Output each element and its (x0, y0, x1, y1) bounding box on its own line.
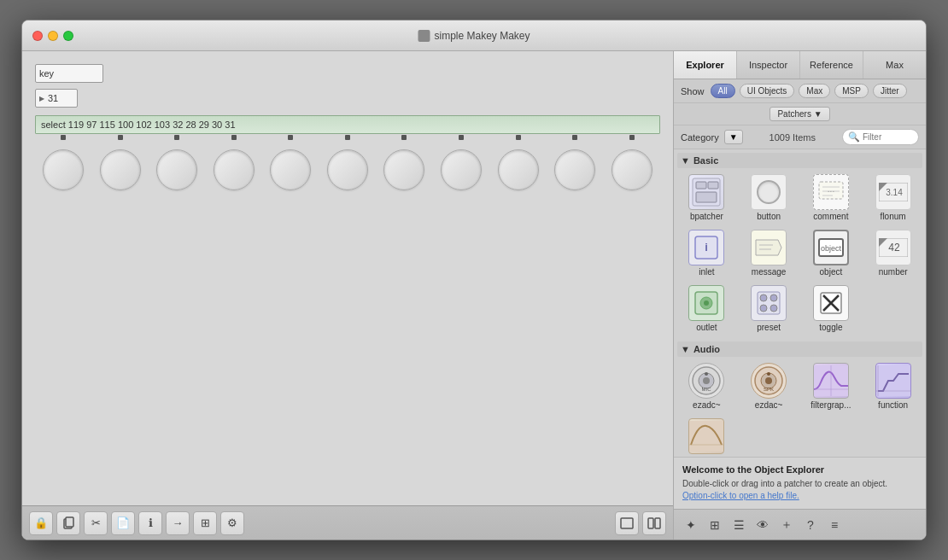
svg-point-33 (770, 305, 777, 312)
comment-icon: ... (813, 174, 849, 210)
paste-button[interactable]: 📄 (111, 511, 135, 535)
inlet-icon: i (688, 230, 724, 265)
circle-object[interactable] (43, 149, 84, 190)
inlet-label: inlet (699, 267, 714, 277)
tab-max[interactable]: Max (863, 51, 926, 79)
patcher-canvas[interactable]: key 31 select 119 97 115 100 102 103 32 … (22, 51, 673, 505)
category-dropdown[interactable]: ▼ (724, 130, 743, 144)
obj-toggle[interactable]: toggle (802, 283, 861, 335)
more-button[interactable]: ≡ (824, 515, 845, 535)
svg-text:SPK: SPK (764, 387, 774, 392)
circle-object[interactable] (554, 149, 595, 190)
filter-input[interactable] (863, 132, 914, 142)
patchers-dropdown[interactable]: Patchers ▼ (770, 107, 829, 121)
circles-row (35, 149, 660, 190)
circle-object[interactable] (441, 149, 482, 190)
search-box[interactable]: 🔍 (842, 129, 919, 145)
obj-inlet[interactable]: i inlet (677, 227, 736, 279)
obj-comment[interactable]: ... comment (802, 172, 861, 224)
circle-object[interactable] (498, 149, 539, 190)
obj-outlet[interactable]: outlet (677, 283, 736, 335)
ezadc-icon: MIC (688, 363, 724, 399)
tab-inspector[interactable]: Inspector (737, 51, 800, 79)
inlet-dot (345, 135, 350, 140)
obj-bpatcher[interactable]: bpatcher (677, 172, 736, 224)
minimize-button[interactable] (48, 31, 58, 41)
collapse-icon: ▼ (681, 155, 690, 166)
obj-button[interactable]: button (740, 172, 799, 224)
collapse-icon: ▼ (681, 344, 690, 354)
close-button[interactable] (32, 31, 43, 41)
circle-object[interactable] (383, 149, 424, 190)
basic-header[interactable]: ▼ Basic (677, 153, 922, 168)
single-pane-button[interactable] (615, 511, 639, 535)
circle-object[interactable] (156, 149, 197, 190)
scissors-button[interactable]: ✂ (84, 511, 108, 535)
info-button[interactable]: ℹ (138, 511, 162, 535)
obj-object[interactable]: object object (802, 227, 861, 279)
filter-max[interactable]: Max (799, 84, 830, 98)
grid-view-button[interactable]: ⊞ (705, 515, 725, 535)
copy-button[interactable] (56, 511, 80, 535)
svg-rect-4 (655, 518, 660, 528)
category-bar: Category ▼ 1009 Items 🔍 (674, 125, 926, 149)
select-object[interactable]: select 119 97 115 100 102 103 32 28 29 3… (35, 115, 660, 134)
circle-object[interactable] (612, 149, 652, 190)
filtergraph-icon (813, 363, 849, 399)
filter-ui[interactable]: UI Objects (740, 84, 795, 98)
sparkle-button[interactable]: ✦ (681, 515, 701, 535)
obj-message[interactable]: message (740, 227, 799, 279)
obj-flonum[interactable]: 3.14 flonum (863, 172, 922, 224)
svg-text:object: object (821, 244, 842, 253)
settings-button[interactable]: ⚙ (220, 511, 244, 535)
circle-object[interactable] (270, 149, 311, 190)
obj-ezadc[interactable]: MIC ezadc~ (677, 360, 736, 412)
help-button[interactable]: ? (800, 515, 821, 535)
svg-rect-3 (648, 518, 653, 528)
circle-object[interactable] (100, 149, 141, 190)
preset-icon (751, 285, 787, 321)
circle-object[interactable] (214, 149, 255, 190)
filter-msp[interactable]: MSP (834, 84, 869, 98)
items-count: 1009 Items (748, 132, 837, 143)
bpatcher-icon (688, 174, 724, 210)
inlet-dot (459, 135, 464, 140)
audio-header[interactable]: ▼ Audio (677, 341, 922, 357)
filtergraph-label: filtergrap... (810, 400, 851, 410)
button-label: button (757, 212, 781, 221)
tabs-row: Explorer Inspector Reference Max (674, 51, 926, 79)
grid-button[interactable]: ⊞ (193, 511, 217, 535)
patcher-area[interactable]: key 31 select 119 97 115 100 102 103 32 … (22, 51, 674, 540)
obj-number[interactable]: 42 number (863, 227, 922, 279)
filter-all[interactable]: All (711, 84, 735, 98)
obj-function[interactable]: function (863, 360, 922, 412)
number-object[interactable]: 31 (35, 89, 78, 108)
obj-partial[interactable] (677, 416, 736, 457)
svg-rect-2 (621, 518, 633, 528)
list-view-button[interactable]: ☰ (729, 515, 749, 535)
svg-rect-6 (696, 182, 706, 189)
object-list[interactable]: ▼ Basic (674, 149, 926, 457)
category-label: Category (681, 132, 719, 143)
svg-text:...: ... (828, 184, 834, 194)
filter-jitter[interactable]: Jitter (873, 84, 907, 98)
split-pane-button[interactable] (642, 511, 666, 535)
help-link[interactable]: Option-click to open a help file. (682, 491, 799, 500)
circle-object[interactable] (327, 149, 368, 190)
svg-point-28 (704, 300, 709, 306)
tab-reference[interactable]: Reference (800, 51, 863, 79)
zoom-button[interactable] (63, 31, 73, 41)
key-object[interactable]: key (35, 64, 103, 83)
obj-ezdac[interactable]: SPK ezdac~ (740, 360, 799, 412)
welcome-box: Welcome to the Object Explorer Double-cl… (674, 457, 926, 509)
obj-filtergraph[interactable]: filtergrap... (802, 360, 861, 412)
obj-preset[interactable]: preset (740, 283, 799, 335)
tab-explorer[interactable]: Explorer (674, 51, 737, 79)
right-bottom-toolbar: ✦ ⊞ ☰ 👁 ＋ ? ≡ (674, 509, 926, 540)
inlet-dot (231, 135, 237, 140)
lock-button[interactable]: 🔒 (29, 511, 53, 535)
add-button[interactable]: ＋ (776, 515, 797, 535)
arrow-button[interactable]: → (166, 511, 190, 535)
preview-button[interactable]: 👁 (752, 515, 773, 535)
ezdac-label: ezdac~ (755, 400, 783, 410)
